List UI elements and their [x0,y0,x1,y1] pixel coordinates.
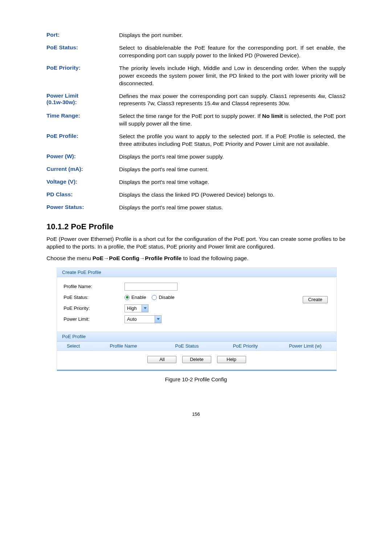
chevron-down-icon [155,316,161,323]
poe-status-label: PoE Status: [64,295,124,300]
definition-term: Time Range: [46,110,119,130]
disable-radio[interactable] [152,295,157,300]
profile-name-label: Profile Name: [64,284,124,289]
definition-description: Displays the port's real time power supp… [119,151,346,163]
definition-description: Select to disable/enable the PoE feature… [119,42,346,62]
disable-radio-label: Disable [159,295,174,300]
create-button[interactable]: Create [303,296,328,303]
definition-term: Current (mA): [46,163,119,176]
definition-term: PoE Status: [46,42,119,62]
profile-table-header: Select Profile Name PoE Status PoE Prior… [57,341,336,351]
menu-path: Choose the menu PoE→PoE Config→Profile P… [46,254,346,262]
col-power-limit: Power Limit (w) [274,342,336,350]
definition-description: Select the time range for the PoE port t… [119,110,346,130]
page-number: 156 [46,411,346,417]
definition-term: Power (W): [46,151,119,163]
definition-term: Port: [46,29,119,42]
col-poe-priority: PoE Priority [217,342,274,350]
profile-name-input[interactable] [124,283,177,291]
col-select: Select [57,342,90,350]
poe-priority-label: PoE Priority: [64,305,124,311]
field-definitions-table: Port:Displays the port number.PoE Status… [46,29,346,214]
profile-config-panel: Create PoE Profile Profile Name: PoE Sta… [57,267,337,371]
chevron-down-icon [142,305,148,312]
definition-term: Power Limit(0.1w-30w): [46,90,119,110]
col-poe-status: PoE Status [157,342,217,350]
power-limit-select[interactable]: Auto [124,315,162,323]
definition-description: Select the profile you want to apply to … [119,130,346,151]
figure-caption: Figure 10-2 Profile Config [46,376,346,382]
power-limit-label: Power Limit: [64,316,124,322]
definition-term: PD Class: [46,189,119,201]
definition-term: PoE Profile: [46,130,119,151]
delete-button[interactable]: Delete [182,356,211,363]
definition-description: Defines the max power the corresponding … [119,90,346,110]
definition-term: PoE Priority: [46,62,119,90]
definition-term: Voltage (V): [46,176,119,189]
definition-description: The priority levels include High, Middle… [119,62,346,90]
poe-profile-list-header: PoE Profile [57,332,336,341]
enable-radio-label: Enable [131,295,146,300]
help-button[interactable]: Help [217,356,246,363]
definition-description: Displays the port's real time power stat… [119,201,346,214]
definition-term: Power Status: [46,201,119,214]
poe-priority-select[interactable]: High [124,304,148,312]
section-paragraph: PoE (Power over Ethernet) Profile is a s… [46,235,346,251]
definition-description: Displays the port's real time voltage. [119,176,346,189]
section-heading: 10.1.2 PoE Profile [46,222,346,231]
definition-description: Displays the port number. [119,29,346,42]
all-button[interactable]: All [147,356,176,363]
create-profile-header: Create PoE Profile [57,268,336,277]
enable-radio[interactable] [124,295,130,300]
definition-description: Displays the port's real time current. [119,163,346,176]
col-profile-name: Profile Name [90,342,157,350]
definition-description: Displays the class the linked PD (Powere… [119,189,346,201]
